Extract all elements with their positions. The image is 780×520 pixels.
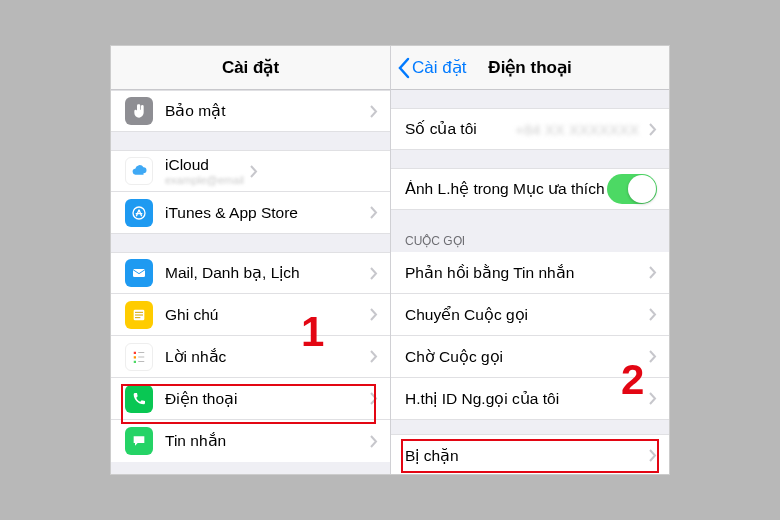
row-reminders[interactable]: Lời nhắc bbox=[111, 336, 390, 378]
chevron-right-icon bbox=[649, 392, 657, 405]
chevron-right-icon bbox=[649, 123, 657, 136]
navbar-left: Cài đặt bbox=[111, 46, 390, 90]
row-icloud[interactable]: iCloud example@email bbox=[111, 150, 390, 192]
row-reply-message[interactable]: Phản hồi bằng Tin nhắn bbox=[391, 252, 669, 294]
reminders-icon bbox=[125, 343, 153, 371]
row-favorites-photo[interactable]: Ảnh L.hệ trong Mục ưa thích bbox=[391, 168, 669, 210]
phone-title: Điện thoại bbox=[488, 57, 571, 78]
hand-icon bbox=[125, 97, 153, 125]
icloud-detail: example@email bbox=[165, 174, 244, 186]
cloud-icon bbox=[125, 157, 153, 185]
settings-panel: Cài đặt Bảo mật iCloud bbox=[111, 46, 390, 474]
favorites-photo-toggle[interactable] bbox=[607, 174, 657, 204]
reply-message-label: Phản hồi bằng Tin nhắn bbox=[405, 264, 643, 282]
screenshot-frame: Cài đặt Bảo mật iCloud bbox=[110, 45, 670, 475]
row-notes[interactable]: Ghi chú bbox=[111, 294, 390, 336]
call-waiting-label: Chờ Cuộc gọi bbox=[405, 348, 643, 366]
svg-rect-5 bbox=[134, 360, 136, 362]
row-itunes[interactable]: iTunes & App Store bbox=[111, 192, 390, 234]
row-phone[interactable]: Điện thoại bbox=[111, 378, 390, 420]
row-blocked[interactable]: Bị chặn bbox=[391, 434, 669, 474]
phone-icon bbox=[125, 385, 153, 413]
chevron-right-icon bbox=[250, 165, 258, 178]
row-mail[interactable]: Mail, Danh bạ, Lịch bbox=[111, 252, 390, 294]
mynumber-label: Số của tôi bbox=[405, 120, 515, 138]
calls-section-header: CUỘC GỌI bbox=[391, 228, 669, 252]
appstore-icon bbox=[125, 199, 153, 227]
chevron-right-icon bbox=[370, 105, 378, 118]
privacy-label: Bảo mật bbox=[165, 102, 364, 120]
blocked-label: Bị chặn bbox=[405, 447, 643, 465]
chevron-right-icon bbox=[370, 435, 378, 448]
chevron-right-icon bbox=[649, 350, 657, 363]
reminders-label: Lời nhắc bbox=[165, 348, 364, 366]
settings-content: Bảo mật iCloud example@email bbox=[111, 90, 390, 474]
row-privacy[interactable]: Bảo mật bbox=[111, 90, 390, 132]
chevron-right-icon bbox=[370, 392, 378, 405]
navbar-right: Cài đặt Điện thoại bbox=[391, 46, 669, 90]
chevron-right-icon bbox=[370, 308, 378, 321]
mail-icon bbox=[125, 259, 153, 287]
messages-icon bbox=[125, 427, 153, 455]
icloud-label: iCloud bbox=[165, 156, 244, 173]
notes-label: Ghi chú bbox=[165, 306, 364, 324]
row-mynumber[interactable]: Số của tôi +84 XX XXXXXXX bbox=[391, 108, 669, 150]
row-call-forwarding[interactable]: Chuyển Cuộc gọi bbox=[391, 294, 669, 336]
mynumber-value: +84 XX XXXXXXX bbox=[515, 121, 639, 138]
favorites-photo-label: Ảnh L.hệ trong Mục ưa thích bbox=[405, 180, 607, 198]
svg-rect-3 bbox=[134, 351, 136, 353]
chevron-right-icon bbox=[649, 266, 657, 279]
itunes-label: iTunes & App Store bbox=[165, 204, 364, 222]
phone-label: Điện thoại bbox=[165, 390, 364, 408]
svg-rect-1 bbox=[133, 269, 145, 277]
phone-content: Số của tôi +84 XX XXXXXXX Ảnh L.hệ trong… bbox=[391, 90, 669, 474]
row-messages[interactable]: Tin nhắn bbox=[111, 420, 390, 462]
notes-icon bbox=[125, 301, 153, 329]
caller-id-label: H.thị ID Ng.gọi của tôi bbox=[405, 390, 643, 408]
phone-settings-panel: Cài đặt Điện thoại Số của tôi +84 XX XXX… bbox=[390, 46, 669, 474]
chevron-right-icon bbox=[370, 350, 378, 363]
chevron-right-icon bbox=[649, 449, 657, 462]
row-call-waiting[interactable]: Chờ Cuộc gọi bbox=[391, 336, 669, 378]
mail-label: Mail, Danh bạ, Lịch bbox=[165, 264, 364, 282]
svg-rect-4 bbox=[134, 356, 136, 358]
row-caller-id[interactable]: H.thị ID Ng.gọi của tôi bbox=[391, 378, 669, 420]
chevron-right-icon bbox=[370, 267, 378, 280]
back-button[interactable]: Cài đặt bbox=[397, 57, 466, 79]
back-label: Cài đặt bbox=[412, 57, 466, 78]
chevron-right-icon bbox=[649, 308, 657, 321]
messages-label: Tin nhắn bbox=[165, 432, 364, 450]
chevron-right-icon bbox=[370, 206, 378, 219]
settings-title: Cài đặt bbox=[222, 57, 279, 78]
call-forwarding-label: Chuyển Cuộc gọi bbox=[405, 306, 643, 324]
